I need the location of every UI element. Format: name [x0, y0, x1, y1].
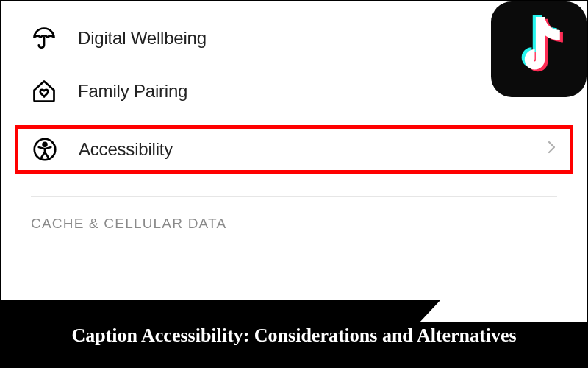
tiktok-app-icon — [491, 1, 587, 97]
accessibility-icon — [32, 136, 58, 163]
settings-label: Family Pairing — [78, 81, 557, 102]
settings-label: Accessibility — [79, 139, 526, 160]
caption-text: Caption Accessibility: Considerations an… — [71, 319, 516, 348]
settings-label: Digital Wellbeing — [78, 28, 557, 49]
settings-row-accessibility[interactable]: Accessibility — [15, 125, 573, 174]
umbrella-icon — [31, 25, 57, 52]
chevron-right-icon — [546, 139, 556, 160]
family-home-icon — [31, 78, 57, 105]
tiktok-logo-icon — [507, 14, 570, 85]
svg-point-1 — [43, 143, 47, 146]
section-header-cache: CACHE & CELLULAR DATA — [1, 197, 587, 232]
caption-banner: Caption Accessibility: Considerations an… — [1, 300, 587, 367]
